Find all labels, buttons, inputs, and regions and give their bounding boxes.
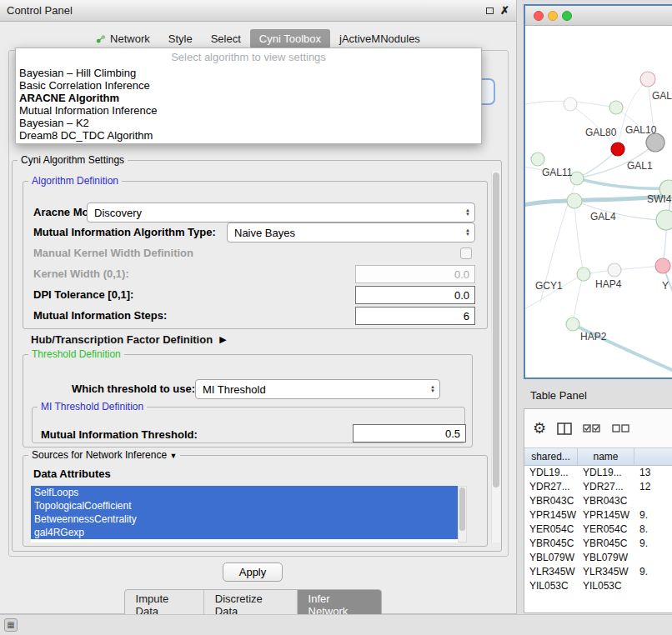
- apply-button[interactable]: Apply: [223, 562, 283, 582]
- dropdown-option-bayesian-hill-climbing[interactable]: Bayesian – Hill Climbing: [16, 67, 481, 79]
- network-node[interactable]: [609, 101, 623, 114]
- table-row[interactable]: YDL19...YDL19...13: [524, 466, 672, 480]
- node-label: HAP2: [580, 331, 607, 342]
- mi-threshold-input[interactable]: [353, 424, 466, 442]
- dropdown-option-dream8[interactable]: Dream8 DC_TDC Algorithm: [16, 129, 481, 142]
- control-panel-tab-bar: Network Style Select Cyni Toolbox jActiv…: [0, 28, 516, 49]
- node-label: GCY1: [535, 280, 563, 292]
- combo-value: Discovery: [94, 207, 142, 219]
- combo-value: MI Threshold: [203, 383, 266, 396]
- column-header-extra[interactable]: [634, 448, 672, 465]
- hub-transcription-factor-section[interactable]: Hub/Transcription Factor Definition ▶: [31, 333, 227, 346]
- dropdown-option-basic-correlation[interactable]: Basic Correlation Inference: [16, 79, 481, 92]
- tab-jactivemnodules[interactable]: jActiveMNodules: [330, 29, 429, 48]
- mi-threshold-definition-group: MI Threshold Definition Mutual Informati…: [32, 407, 465, 443]
- network-edge: [574, 201, 584, 274]
- dropdown-option-bayesian-k2[interactable]: Bayesian – K2: [16, 117, 481, 129]
- network-node[interactable]: [646, 133, 664, 152]
- table-toolbar: ⚙: [524, 409, 672, 448]
- select-all-icon[interactable]: [583, 423, 601, 433]
- table-row[interactable]: YLR345WYLR345W9.: [524, 565, 672, 579]
- panel-grid-icon[interactable]: ▦: [4, 618, 18, 632]
- sources-group-title[interactable]: Sources for Network Inference ▼: [28, 449, 180, 461]
- attribute-item-gal4rgexp[interactable]: gal4RGexp: [31, 526, 458, 539]
- node-label: Y: [662, 280, 669, 292]
- attribute-item-topologicalcoefficient[interactable]: TopologicalCoefficient: [31, 499, 458, 512]
- which-threshold-combobox[interactable]: MI Threshold ▲▼: [195, 379, 440, 399]
- dpi-tolerance-input[interactable]: [355, 286, 475, 304]
- mi-algorithm-type-combobox[interactable]: Naive Bayes ▲▼: [227, 222, 475, 242]
- desktop: Control Panel ✗ Network Style Select Cyn…: [0, 0, 672, 635]
- network-canvas[interactable]: GALGAL80GAL10GAL11GAL1SWI4GAL4GCY1HAP4YH…: [525, 26, 672, 378]
- network-node[interactable]: [608, 263, 621, 277]
- group-title: MI Threshold Definition: [38, 401, 147, 412]
- settings-scrollbar-thumb[interactable]: [493, 172, 499, 488]
- aracne-mode-combobox[interactable]: Discovery ▲▼: [87, 202, 475, 222]
- network-node[interactable]: [566, 318, 579, 331]
- node-label: GAL80: [585, 127, 617, 138]
- tab-label: Cyni Toolbox: [259, 32, 321, 45]
- hub-section-label: Hub/Transcription Factor Definition: [31, 333, 213, 346]
- column-header-name[interactable]: name: [578, 448, 634, 465]
- zoom-traffic-light-icon[interactable]: [562, 11, 572, 21]
- tab-label: jActiveMNodules: [339, 32, 420, 45]
- tab-network[interactable]: Network: [87, 29, 159, 48]
- table-row[interactable]: YBR045CYBR045C9.: [524, 537, 672, 551]
- attribute-item-selfloops[interactable]: SelfLoops: [31, 486, 458, 499]
- window-buttons: ✗: [486, 5, 509, 16]
- table-row[interactable]: YBL079WYBL079W: [524, 551, 672, 565]
- gear-icon[interactable]: ⚙: [533, 421, 546, 436]
- network-node[interactable]: [611, 142, 624, 156]
- group-title: Algorithm Definition: [28, 175, 122, 187]
- attribute-item-betweennesscentrality[interactable]: BetweennessCentrality: [31, 512, 458, 526]
- manual-kernel-checkbox: [460, 248, 472, 259]
- network-node[interactable]: [655, 258, 670, 273]
- table-panel-title: Table Panel: [530, 389, 587, 402]
- dropdown-option-aracne[interactable]: ARACNE Algorithm: [16, 92, 481, 104]
- column-header-shared-name[interactable]: shared...: [524, 448, 578, 465]
- table-row[interactable]: YDR27...YDR27...12: [524, 480, 672, 494]
- network-node[interactable]: [564, 98, 577, 111]
- mi-steps-input[interactable]: [355, 307, 475, 325]
- attributes-list-scrollbar[interactable]: [458, 486, 467, 542]
- network-node[interactable]: [640, 72, 655, 87]
- kernel-width-input: [355, 265, 475, 283]
- kernel-width-label: Kernel Width (0,1):: [33, 268, 129, 280]
- table-row[interactable]: YER054CYER054C8.: [524, 522, 672, 537]
- mi-threshold-label: Mutual Information Threshold:: [41, 428, 198, 441]
- network-window-titlebar[interactable]: [525, 6, 672, 26]
- network-node[interactable]: [656, 210, 672, 230]
- group-title: Threshold Definition: [28, 348, 124, 360]
- control-panel-window: Control Panel ✗ Network Style Select Cyn…: [0, 0, 517, 614]
- sources-group: Sources for Network Inference ▼ Data Att…: [23, 455, 488, 547]
- threshold-definition-group: Threshold Definition Which threshold to …: [23, 354, 473, 448]
- table-row[interactable]: YBR043CYBR043C: [524, 494, 672, 508]
- node-label: GAL11: [542, 167, 573, 178]
- table-panel-title-bar: Table Panel: [524, 384, 672, 406]
- network-node[interactable]: [577, 268, 590, 281]
- dpi-tolerance-label: DPI Tolerance [0,1]:: [33, 288, 133, 301]
- table-row[interactable]: YIL053CYIL053C: [524, 579, 672, 593]
- float-window-icon[interactable]: [486, 8, 494, 14]
- close-traffic-light-icon[interactable]: [534, 11, 544, 21]
- tab-label: Network: [110, 32, 150, 45]
- close-window-icon[interactable]: ✗: [500, 5, 509, 16]
- tab-cyni-toolbox[interactable]: Cyni Toolbox: [250, 29, 330, 48]
- tab-select[interactable]: Select: [202, 29, 250, 48]
- control-panel-titlebar: Control Panel ✗: [0, 0, 516, 22]
- settings-scrollbar[interactable]: [491, 171, 500, 542]
- dropdown-option-mutual-information[interactable]: Mutual Information Inference: [16, 104, 481, 117]
- table-row[interactable]: YPR145WYPR145W9.: [524, 508, 672, 522]
- sources-title-label: Sources for Network Inference: [32, 449, 167, 461]
- column-chooser-icon[interactable]: [557, 422, 572, 435]
- network-graph[interactable]: GALGAL80GAL10GAL11GAL1SWI4GAL4GCY1HAP4YH…: [525, 26, 672, 378]
- deselect-all-icon[interactable]: [612, 423, 630, 433]
- network-node[interactable]: [567, 193, 582, 208]
- network-node[interactable]: [531, 152, 544, 166]
- tab-style[interactable]: Style: [159, 29, 202, 48]
- minimize-traffic-light-icon[interactable]: [548, 11, 558, 21]
- combo-updown-icon: ▲▼: [465, 228, 470, 237]
- attributes-scrollbar-thumb[interactable]: [459, 488, 465, 531]
- tab-label: Select: [211, 32, 241, 45]
- mi-steps-label: Mutual Information Steps:: [33, 309, 167, 322]
